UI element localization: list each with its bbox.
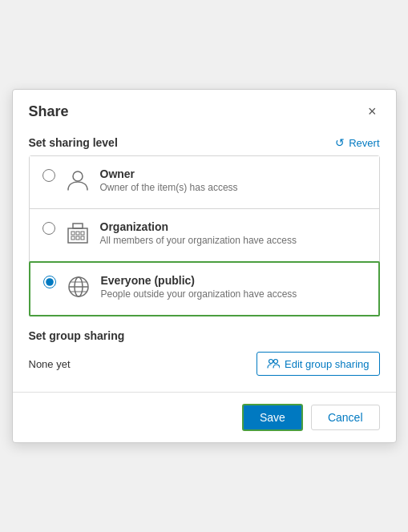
org-radio[interactable]: [42, 222, 55, 235]
svg-point-15: [273, 360, 277, 364]
sharing-options-container: Owner Owner of the item(s) has access: [29, 155, 380, 316]
everyone-radio-wrap[interactable]: [43, 276, 56, 292]
sharing-level-header: Set sharing level ↺ Revert: [13, 130, 396, 155]
svg-rect-6: [76, 236, 79, 240]
owner-label: Owner: [100, 167, 238, 180]
everyone-desc: People outside your organization have ac…: [101, 288, 297, 300]
dialog-footer: Save Cancel: [13, 392, 396, 442]
svg-point-0: [73, 171, 83, 181]
share-dialog: Share × Set sharing level ↺ Revert Owner: [12, 89, 397, 443]
everyone-content: Everyone (public) People outside your or…: [101, 274, 297, 300]
svg-rect-5: [71, 236, 75, 240]
edit-group-label: Edit group sharing: [285, 358, 370, 370]
svg-rect-3: [76, 232, 79, 235]
sharing-level-title: Set sharing level: [29, 136, 118, 149]
sharing-option-organization[interactable]: Organization All members of your organiz…: [30, 209, 379, 262]
owner-content: Owner Owner of the item(s) has access: [100, 167, 238, 193]
owner-icon: [65, 167, 91, 197]
edit-group-sharing-button[interactable]: Edit group sharing: [257, 352, 380, 376]
revert-icon: ↺: [335, 136, 345, 149]
everyone-icon: [66, 274, 91, 304]
owner-radio[interactable]: [42, 169, 55, 182]
owner-desc: Owner of the item(s) has access: [100, 182, 238, 193]
revert-label: Revert: [349, 137, 379, 149]
sharing-option-owner[interactable]: Owner Owner of the item(s) has access: [30, 156, 379, 209]
close-button[interactable]: ×: [365, 103, 380, 120]
save-button[interactable]: Save: [242, 404, 303, 431]
everyone-radio[interactable]: [43, 276, 56, 288]
group-row: None yet Edit group sharing: [29, 352, 380, 376]
svg-point-14: [269, 360, 273, 364]
org-icon: [65, 220, 91, 250]
org-radio-wrap[interactable]: [42, 222, 55, 238]
none-yet-label: None yet: [29, 358, 71, 370]
sharing-option-everyone[interactable]: Everyone (public) People outside your or…: [29, 261, 380, 316]
svg-rect-7: [81, 236, 84, 240]
revert-button[interactable]: ↺ Revert: [335, 136, 379, 149]
group-sharing-section: Set group sharing None yet Edit group sh…: [13, 316, 396, 382]
svg-rect-8: [73, 224, 83, 228]
dialog-header: Share ×: [13, 90, 396, 130]
group-sharing-title: Set group sharing: [29, 329, 380, 342]
svg-rect-2: [71, 232, 75, 235]
owner-radio-wrap[interactable]: [42, 169, 55, 185]
everyone-label: Everyone (public): [101, 274, 297, 287]
org-content: Organization All members of your organiz…: [100, 220, 297, 246]
org-label: Organization: [100, 220, 297, 233]
svg-rect-4: [81, 232, 84, 235]
svg-rect-1: [68, 228, 87, 243]
dialog-title: Share: [29, 103, 69, 120]
org-desc: All members of your organization have ac…: [100, 235, 297, 246]
edit-group-icon: [267, 357, 280, 370]
cancel-button[interactable]: Cancel: [311, 405, 380, 430]
